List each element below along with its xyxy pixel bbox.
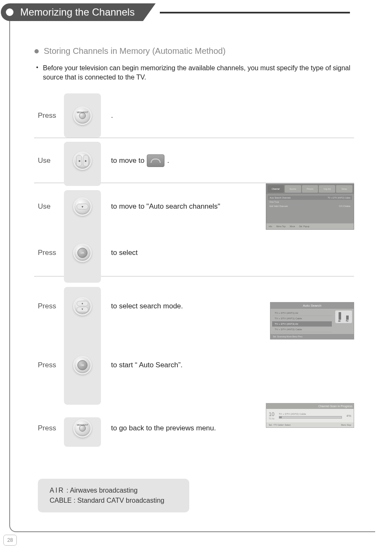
content-frame: Storing Channels in Memory (Automatic Me… [9,13,375,532]
step-row: Use ▾ to move to "Auto search channels" … [34,183,354,230]
intro-text: Before your television can begin memoriz… [34,64,354,82]
step-button [64,419,101,438]
osd-header: Channel Scan in Progress [266,403,354,409]
section-title: Storing Channels in Memory (Automatic Me… [34,46,354,56]
osd-screenshot: Channel Scan in Progress 10 TV Air TV + … [262,403,354,428]
note-box: AIR : Airwaves broadcasting CABLE : Stan… [38,479,189,512]
osd-tab: Source [285,185,301,193]
osd-option: TV + DTV (ANT1) Cable [272,316,332,321]
tab-bullet-icon [1,3,19,21]
osd-footer: infoMenu TopMoveSel. Popup [266,223,354,229]
osd-auto-search: Auto Search TV + DTV (ANT1) Air TV + DTV… [270,302,354,339]
step-row: Use ◂▸ to move to . [34,138,354,183]
step-desc: to start “ Auto Search”. [101,361,354,369]
step-action: Use [34,202,64,211]
step-action: Press [34,361,64,369]
step-row: Press ▴▾ to select search mode. Auto Sea… [34,277,354,336]
menu-exit-button-icon [73,106,92,125]
osd-option: TV + DTV (ANT2) Air [272,321,332,327]
note-cable-label: CABLE [50,497,72,504]
osd-row: Auto Search ChannelsTV + DTV (ANT2) Cabl… [268,196,352,200]
step-desc: to move to . [101,154,354,167]
step-row: Press . [34,93,354,138]
osd-row: Edit Valid ChannelsCH 2 Delete [268,204,352,208]
osd-option: TV + DTV (ANT1) Air [272,310,332,316]
step-desc: to select [101,249,354,257]
ok-button-icon [73,244,92,262]
step-button: ◂▸ [64,151,101,170]
manual-page: Memorizing the Channels Storing Channels… [0,0,392,549]
step-action: Press [34,302,64,310]
up-down-button-icon: ▴▾ [73,297,92,316]
menu-exit-button-icon [73,419,92,438]
osd-channel-type: TV Air [269,417,275,420]
step-row: Press to go back to the previews menu. C… [34,407,354,449]
note-air-label: AIR [50,487,65,494]
step-action: Use [34,156,64,165]
left-right-button-icon: ◂▸ [73,151,92,170]
osd-tab: Channel [268,185,284,193]
osd-screenshot: Auto Search TV + DTV (ANT1) Air TV + DTV… [262,302,354,339]
osd-scan-progress: Channel Scan in Progress 10 TV Air TV + … [266,403,354,428]
osd-row: Fine Tune [268,200,352,204]
section-title-text: Storing Channels in Memory (Automatic Me… [44,46,225,56]
progress-bar-icon [279,416,342,419]
osd-title: Auto Search [270,302,354,309]
ok-button-icon [73,356,92,374]
step-action: Press [34,111,64,120]
step-desc: . [101,111,354,120]
osd-screenshot: Channel Source Picture Img.Adj Setup Aut… [262,183,354,230]
osd-toggle-icon: All TV [335,310,352,323]
note-air-line: AIR : Airwaves broadcasting [50,485,177,496]
osd-channel-menu: Channel Source Picture Img.Adj Setup Aut… [266,183,354,230]
osd-option: TV + DTV (ANT2) Cable [272,327,332,332]
step-button: ▾ [64,197,101,216]
osd-channel-num: 10 [269,411,275,417]
step-row: Press to start “ Auto Search”. [34,336,354,395]
page-number: 28 [3,535,17,546]
down-button-icon: ▾ [73,197,92,216]
osd-footer: Sel. <TV Cable> SelectMenu Stop [266,422,354,427]
step-button [64,356,101,374]
step-button [64,244,101,262]
osd-source: TV + DTV (ANT2) Cable [279,413,342,415]
osd-tab: Setup [336,185,352,193]
step-action: Press [34,424,64,432]
channel-menu-icon [147,154,164,167]
note-cable-line: CABLE : Standard CATV broadcasting [50,496,177,506]
steps-list: Press . Use ◂▸ [34,93,354,449]
step-button [64,106,101,125]
osd-tab: Img.Adj [319,185,335,193]
step-button: ▴▾ [64,297,101,316]
step-action: Press [34,249,64,257]
osd-percent: 4% [346,414,351,418]
osd-tab: Picture [302,185,318,193]
step-row: Press to select [34,230,354,276]
